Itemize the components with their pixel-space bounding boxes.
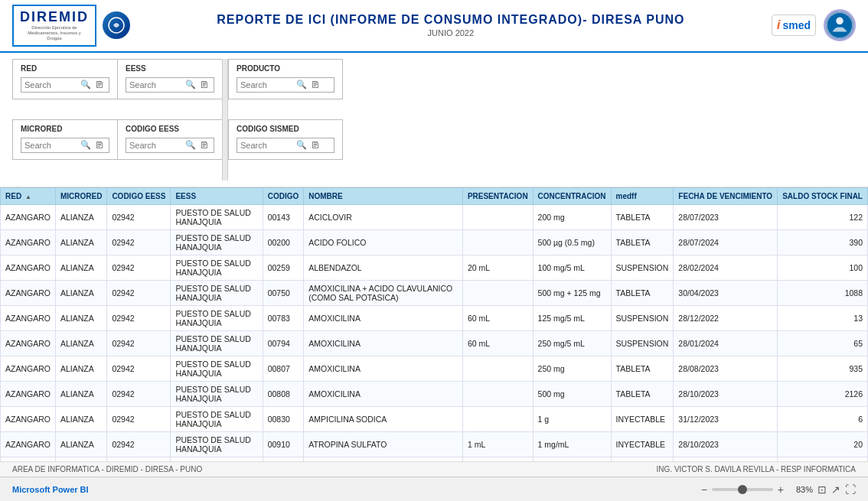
table-cell: 935 (778, 356, 868, 381)
filter-separator-2 (222, 119, 228, 181)
producto-search-icon: 🔍 (296, 80, 307, 89)
table-cell: 02942 (107, 431, 171, 457)
share-btn[interactable]: ↗ (831, 483, 840, 496)
ismed-i: i (777, 18, 781, 33)
page-subtitle: JUNIO 2022 (130, 28, 772, 37)
col-header-saldo[interactable]: SALDO STOCK FINAL (778, 187, 868, 204)
table-cell: 200 mg (533, 204, 611, 229)
filter-eess-input[interactable] (129, 80, 183, 89)
filter-codigo-eess-clear-btn[interactable]: 🖹 (198, 140, 210, 151)
filter-red-input-row: 🔍 🖹 (21, 77, 109, 93)
table-cell: 1088 (778, 280, 868, 305)
table-cell: 02942 (107, 406, 171, 431)
table-cell: AZANGARO (1, 431, 56, 457)
table-cell: 31/12/2023 (674, 406, 778, 431)
diremid-circle-logo (103, 11, 130, 39)
filter-producto-input[interactable] (240, 80, 294, 89)
table-cell: 28/02/2024 (674, 255, 778, 280)
table-cell: 500 µg (0.5 mg) (533, 229, 611, 255)
table-row: AZANGAROALIANZA02942PUESTO DE SALUD HANA… (1, 406, 868, 431)
filter-codigo-sismed-input-row: 🔍 🖹 (237, 138, 334, 153)
zoom-minus-btn[interactable]: − (701, 483, 707, 496)
table-cell: 60 mL (462, 330, 533, 356)
title-area: REPORTE DE ICI (INFORME DE CONSUMO INTEG… (130, 13, 772, 37)
zoom-plus-btn[interactable]: + (778, 483, 784, 496)
col-header-codigo[interactable]: CODIGO (263, 187, 304, 204)
col-header-eess[interactable]: EESS (171, 187, 263, 204)
svg-point-2 (836, 18, 843, 24)
fit-to-window-btn[interactable]: ⊡ (817, 483, 827, 496)
table-cell: ALIANZA (55, 330, 106, 356)
col-header-concentracion[interactable]: CONCENTRACION (533, 187, 611, 204)
zoom-thumb (738, 485, 747, 494)
table-cell: AZANGARO (1, 305, 56, 330)
zoom-slider[interactable] (712, 488, 773, 491)
table-cell: PUESTO DE SALUD HANAJQUIA (171, 356, 263, 381)
table-cell: ALIANZA (55, 229, 106, 255)
table-cell: 28/10/2023 (674, 431, 778, 457)
table-cell: ALIANZA (55, 255, 106, 280)
table-cell: PUESTO DE SALUD HANAJQUIA (171, 204, 263, 229)
table-cell: 1 mg/mL (533, 431, 611, 457)
filter-red-label: RED (21, 64, 109, 73)
table-cell: TABLETA (611, 381, 674, 406)
filter-red-clear-btn[interactable]: 🖹 (93, 80, 106, 90)
table-cell: 02942 (107, 204, 171, 229)
filter-codigo-sismed-label: CODIGO SISMED (237, 125, 334, 133)
table-cell: 28/01/2024 (674, 330, 778, 356)
filter-codigo-sismed-clear-btn[interactable]: 🖹 (309, 140, 321, 151)
powerbi-link[interactable]: Microsoft Power BI (12, 485, 89, 494)
table-cell: ALIANZA (55, 204, 106, 229)
table-cell: SUSPENSION (611, 255, 674, 280)
col-header-presentacion[interactable]: PRESENTACION (462, 187, 533, 204)
table-cell: AZANGARO (1, 280, 56, 305)
table-cell: PUESTO DE SALUD HANAJQUIA (171, 229, 263, 255)
zoom-controls: − + 83% ⊡ ↗ ⛶ (701, 483, 856, 496)
table-cell: PUESTO DE SALUD HANAJQUIA (171, 255, 263, 280)
col-header-nombre[interactable]: NOMBRE (304, 187, 463, 204)
header-logos: i smed (772, 9, 856, 41)
filter-codigo-eess-input[interactable] (129, 141, 183, 150)
table-cell: 100 (778, 255, 868, 280)
table-cell: 500 mg + 125 mg (533, 280, 611, 305)
table-cell: 00143 (263, 204, 304, 229)
table-cell: ACIDO FOLICO (304, 229, 463, 255)
filter-microred-input[interactable] (24, 141, 78, 150)
fullscreen-btn[interactable]: ⛶ (845, 483, 856, 496)
table-cell: TABLETA (611, 204, 674, 229)
table-row: AZANGAROALIANZA02942PUESTO DE SALUD HANA… (1, 204, 868, 229)
filter-separator-1 (222, 59, 228, 120)
filter-codigo-sismed-input[interactable] (240, 141, 294, 150)
filter-producto-clear-btn[interactable]: 🖹 (309, 80, 321, 90)
col-header-fecha[interactable]: FECHA DE VENCIMIENTO (674, 187, 778, 204)
table-row: AZANGAROALIANZA02942PUESTO DE SALUD HANA… (1, 356, 868, 381)
table-cell: 500 mg (533, 381, 611, 406)
table-cell: 02942 (107, 255, 171, 280)
col-header-red[interactable]: RED ▲ (1, 187, 56, 204)
table-cell (462, 356, 533, 381)
filter-red-input[interactable] (24, 80, 78, 89)
table-cell: 390 (778, 229, 868, 255)
eess-search-icon: 🔍 (185, 80, 196, 89)
table-cell: AMOXICILINA (304, 381, 463, 406)
table-cell: AMOXICILINA (304, 356, 463, 381)
table-cell: 02942 (107, 330, 171, 356)
col-header-codigo-eess[interactable]: CODIGO EESS (107, 187, 171, 204)
table-cell: 1 g (533, 406, 611, 431)
table-cell: AMOXICILINA (304, 305, 463, 330)
footer: AREA DE INFORMATICA - DIREMID - DIRESA -… (0, 461, 868, 477)
table-row: AZANGAROALIANZA02942PUESTO DE SALUD HANA… (1, 255, 868, 280)
table-cell: 13 (778, 305, 868, 330)
table-row: AZANGAROALIANZA02942PUESTO DE SALUD HANA… (1, 381, 868, 406)
filter-eess-clear-btn[interactable]: 🖹 (198, 80, 210, 90)
table-cell: 125 mg/5 mL (533, 305, 611, 330)
filter-microred-clear-btn[interactable]: 🖹 (93, 140, 106, 151)
table-cell: 20 mL (462, 255, 533, 280)
sort-arrow-red: ▲ (25, 194, 31, 200)
col-header-medff[interactable]: medff (611, 187, 674, 204)
table-cell: ALIANZA (55, 356, 106, 381)
logo-area: DIREMID Dirección Ejecutiva de Medicamen… (12, 5, 130, 47)
table-cell: AMOXICILINA (304, 330, 463, 356)
col-header-microred[interactable]: MICRORED (55, 187, 106, 204)
logo-main-text: DIREMID (20, 9, 89, 25)
